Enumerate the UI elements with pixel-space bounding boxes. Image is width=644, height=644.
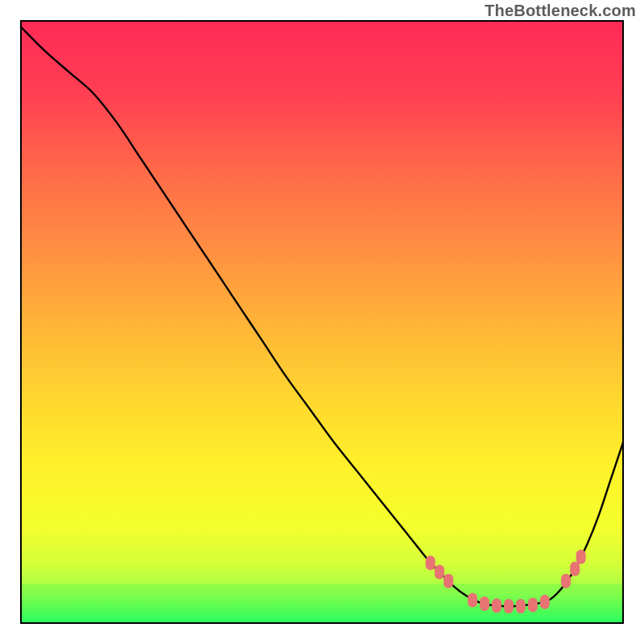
- watermark-text: TheBottleneck.com: [485, 2, 636, 20]
- sweet-spot-marker: [480, 597, 489, 611]
- sweet-spot-marker: [444, 574, 453, 588]
- sweet-spot-marker: [468, 593, 477, 608]
- sweet-spot-marker: [540, 595, 550, 609]
- sweet-spot-marker: [504, 599, 514, 613]
- sweet-spot-marker: [516, 599, 526, 613]
- sweet-spot-marker: [426, 555, 436, 570]
- sweet-spot-marker: [435, 564, 444, 579]
- sweet-spot-marker: [561, 574, 571, 588]
- sweet-spot-marker: [528, 598, 538, 613]
- svg-rect-0: [21, 21, 623, 623]
- sweet-spot-marker: [576, 550, 586, 564]
- bottleneck-curve-chart: [0, 0, 644, 644]
- sweet-spot-marker: [492, 598, 502, 613]
- chart-container: TheBottleneck.com: [0, 0, 644, 644]
- sweet-spot-marker: [570, 562, 580, 576]
